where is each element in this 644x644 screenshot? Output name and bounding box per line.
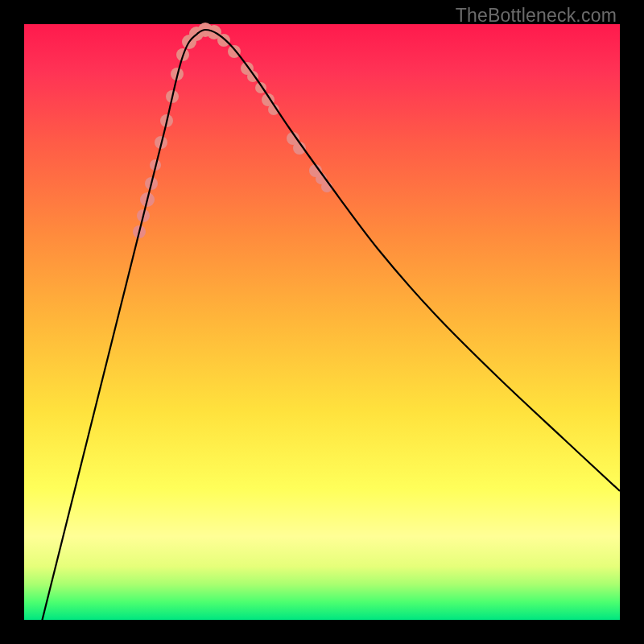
watermark-text: TheBottleneck.com xyxy=(456,5,617,27)
chart-container: TheBottleneck.com xyxy=(0,0,644,644)
marker-group xyxy=(133,23,332,238)
main-curve-path xyxy=(40,30,620,628)
chart-svg xyxy=(24,24,620,620)
plot-area xyxy=(24,24,620,620)
